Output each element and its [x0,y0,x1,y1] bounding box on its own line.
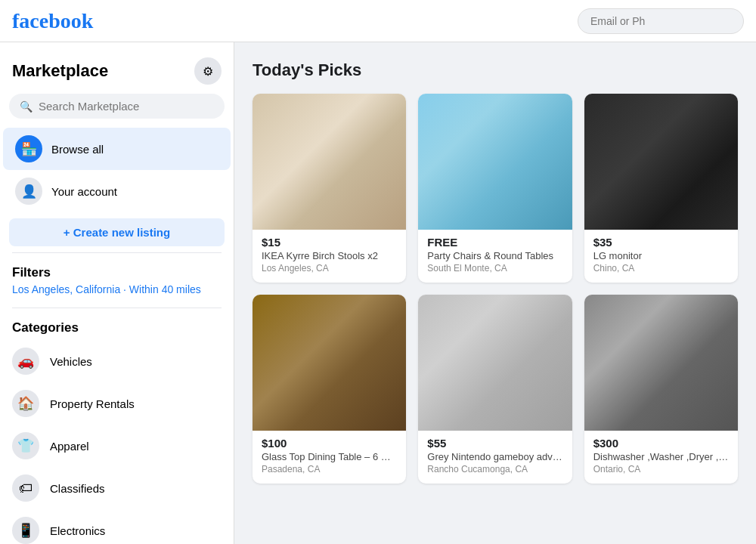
browse-all-item[interactable]: 🏪 Browse all [3,128,231,170]
pick-card-4[interactable]: $100 Glass Top Dining Table – 6 Chairs P… [253,295,406,484]
page-title: Today's Picks [253,60,738,80]
main-layout: Marketplace ⚙ 🔍 🏪 Browse all 👤 Your acco… [0,42,756,544]
pick-location-6: Ontario, CA [593,464,729,474]
pick-card-2[interactable]: FREE Party Chairs & Round Tables South E… [418,94,572,283]
pick-card-3[interactable]: $35 LG monitor Chino, CA [584,94,738,283]
sidebar-header: Marketplace ⚙ [0,51,234,94]
pick-title-6: Dishwasher ,Washer ,Dryer ,Stove ,Refrig… [593,451,729,462]
pick-image-2 [418,94,572,230]
filters-title: Filters [12,265,222,280]
pick-card-1[interactable]: $15 IKEA Kyrre Birch Stools x2 Los Angel… [253,94,406,283]
vehicles-icon: 🚗 [12,348,39,375]
pick-location-2: South El Monte, CA [427,263,562,274]
pick-title-3: LG monitor [593,250,729,261]
pick-card-5[interactable]: $55 Grey Nintendo gameboy advance handhe… [418,295,572,484]
categories-list: 🚗 Vehicles 🏠 Property Rentals 👕 Apparel … [12,340,222,544]
your-account-item[interactable]: 👤 Your account [3,170,231,212]
pick-price-6: $300 [593,437,729,450]
electronics-icon: 📱 [12,517,39,544]
pick-info-5: $55 Grey Nintendo gameboy advance handhe… [418,431,572,484]
search-icon: 🔍 [20,100,33,113]
pick-title-2: Party Chairs & Round Tables [427,250,562,261]
classifieds-label: Classifieds [50,482,105,495]
categories-section: Categories 🚗 Vehicles 🏠 Property Rentals… [0,314,234,544]
nav-search-area [578,8,744,34]
category-item-property-rentals[interactable]: 🏠 Property Rentals [12,382,222,425]
account-icon: 👤 [15,178,42,205]
pick-location-5: Rancho Cucamonga, CA [427,464,562,474]
classifieds-icon: 🏷 [12,474,39,502]
browse-all-label: Browse all [51,143,104,156]
pick-image-3 [584,94,738,230]
settings-button[interactable]: ⚙ [194,57,222,85]
sidebar-divider-1 [12,252,222,253]
top-navigation: facebook [0,0,756,42]
location-filter[interactable]: Los Angeles, California · Within 40 mile… [12,283,222,295]
pick-price-5: $55 [427,437,562,450]
vehicles-label: Vehicles [50,355,92,368]
search-bar: 🔍 [9,94,225,119]
pick-location-4: Pasadena, CA [262,464,397,474]
categories-title: Categories [12,320,222,335]
pick-info-6: $300 Dishwasher ,Washer ,Dryer ,Stove ,R… [584,431,738,484]
pick-price-2: FREE [427,236,562,249]
create-listing-label: + Create new listing [64,226,170,239]
filters-section: Filters Los Angeles, California · Within… [0,259,234,301]
property-rentals-label: Property Rentals [50,397,135,410]
create-listing-button[interactable]: + Create new listing [9,218,225,246]
facebook-logo: facebook [12,9,93,33]
pick-title-5: Grey Nintendo gameboy advance handheld s… [427,451,562,462]
apparel-label: Apparel [50,440,89,453]
your-account-label: Your account [51,185,117,198]
pick-location-1: Los Angeles, CA [262,263,397,274]
electronics-label: Electronics [50,524,105,537]
category-item-electronics[interactable]: 📱 Electronics [12,509,222,544]
pick-info-2: FREE Party Chairs & Round Tables South E… [418,230,572,283]
pick-image-1 [253,94,406,230]
pick-price-4: $100 [262,437,397,450]
category-item-classifieds[interactable]: 🏷 Classifieds [12,467,222,509]
pick-title-4: Glass Top Dining Table – 6 Chairs [262,451,397,462]
main-content: Today's Picks $15 IKEA Kyrre Birch Stool… [234,42,756,544]
category-item-apparel[interactable]: 👕 Apparel [12,425,222,467]
property-rentals-icon: 🏠 [12,390,39,417]
pick-title-1: IKEA Kyrre Birch Stools x2 [262,250,397,261]
pick-image-6 [584,295,738,431]
browse-all-icon: 🏪 [15,135,42,162]
sidebar-divider-2 [12,308,222,308]
category-item-vehicles[interactable]: 🚗 Vehicles [12,340,222,382]
search-marketplace-input[interactable] [39,100,214,113]
pick-info-1: $15 IKEA Kyrre Birch Stools x2 Los Angel… [253,230,406,283]
pick-image-5 [418,295,572,431]
pick-info-3: $35 LG monitor Chino, CA [584,230,738,283]
pick-image-4 [253,295,406,431]
pick-price-1: $15 [262,236,397,249]
picks-grid: $15 IKEA Kyrre Birch Stools x2 Los Angel… [253,94,738,484]
pick-info-4: $100 Glass Top Dining Table – 6 Chairs P… [253,431,406,484]
pick-card-6[interactable]: $300 Dishwasher ,Washer ,Dryer ,Stove ,R… [584,295,738,484]
marketplace-title: Marketplace [12,61,108,81]
sidebar: Marketplace ⚙ 🔍 🏪 Browse all 👤 Your acco… [0,42,234,544]
pick-price-3: $35 [593,236,729,249]
top-search-input[interactable] [578,8,744,34]
apparel-icon: 👕 [12,432,39,459]
pick-location-3: Chino, CA [593,263,729,274]
